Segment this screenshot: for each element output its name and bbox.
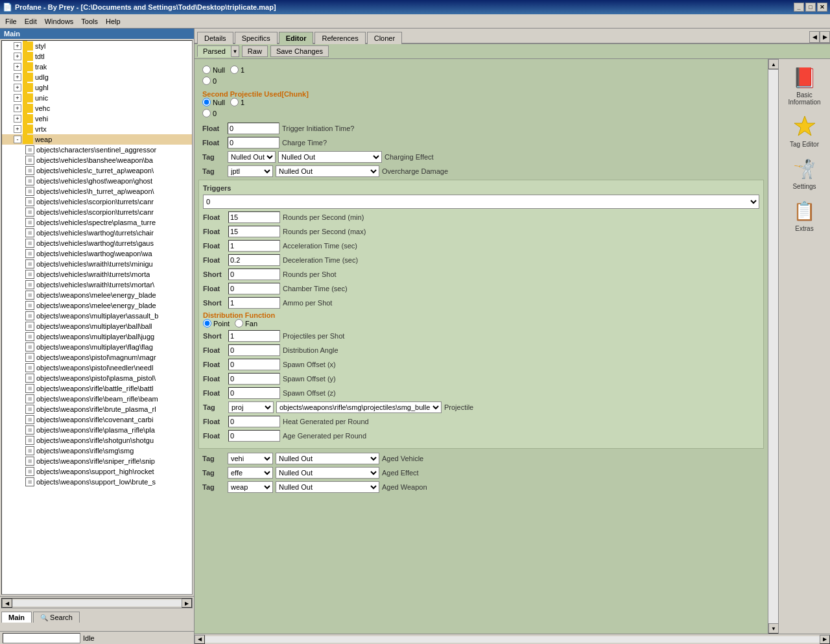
list-item[interactable]: ▦ objects\weapons\melee\energy_blade [2, 290, 192, 300]
heat-per-round-input[interactable] [228, 416, 280, 427]
list-item[interactable]: ▦ objects\weapons\multiplayer\flag\flag [2, 342, 192, 352]
aged-vehicle-dropdown1[interactable]: vehi [228, 453, 273, 464]
list-item[interactable]: ▦ objects\weapons\rifle\brute_plasma_rl [2, 404, 192, 414]
dist-angle-input[interactable] [228, 344, 280, 356]
menu-file[interactable]: File [1, 16, 21, 27]
list-item[interactable]: ▦ objects\vehicles\warthog\turrets\gaus [2, 238, 192, 248]
status-input[interactable] [3, 633, 80, 643]
list-item[interactable]: ▦ objects\vehicles\banshee\weapon\ba [2, 155, 192, 165]
list-item[interactable]: ▦ objects\weapons\pistol\magnum\magr [2, 352, 192, 363]
decel-time-input[interactable] [228, 254, 280, 266]
hscroll-left-button[interactable]: ◀ [195, 635, 205, 644]
expand-icon[interactable]: + [14, 104, 21, 112]
charging-effect-dropdown1[interactable]: Nulled Out [228, 151, 276, 163]
spawn-x-input[interactable] [228, 359, 280, 370]
list-item[interactable]: ▦ objects\characters\sentinel_aggressor [2, 145, 192, 155]
sidebar-settings[interactable]: 🤺 Settings [782, 153, 827, 193]
projectiles-per-shot-input[interactable] [228, 330, 280, 342]
age-per-round-input[interactable] [228, 430, 280, 442]
ammo-per-shot-input[interactable] [228, 297, 280, 309]
expand-icon[interactable]: + [14, 53, 21, 60]
tab-search[interactable]: 🔍 Search [33, 612, 80, 623]
menu-tools[interactable]: Tools [77, 16, 102, 27]
sub-tab-save-changes[interactable]: Save Changes [270, 45, 329, 57]
menu-windows[interactable]: Windows [41, 16, 78, 27]
aged-weapon-dropdown2[interactable]: Nulled Out [276, 481, 379, 493]
expand-icon[interactable]: + [14, 125, 21, 133]
tab-main[interactable]: Main [1, 612, 32, 623]
aged-effect-dropdown2[interactable]: Nulled Out [276, 467, 379, 479]
rps-max-input[interactable] [228, 226, 280, 237]
list-item[interactable]: ▦ objects\weapons\rifle\smg\smg [2, 446, 192, 456]
projectile-dropdown2[interactable]: objects\weapons\rifle\smg\projectiles\sm… [276, 401, 442, 413]
list-item[interactable]: ▦ objects\weapons\multiplayer\assault_b [2, 311, 192, 321]
expand-icon[interactable]: + [14, 115, 21, 123]
spawn-z-input[interactable] [228, 387, 280, 399]
rps-min-input[interactable] [228, 211, 280, 223]
tree-item-vrtx[interactable]: + vrtx [2, 124, 192, 134]
scroll-up-button[interactable]: ▲ [768, 59, 779, 69]
list-item[interactable]: ▦ objects\weapons\rifle\covenant_carbi [2, 414, 192, 425]
expand-icon[interactable]: - [14, 136, 21, 143]
tree-item-tdtl[interactable]: + tdtl [2, 51, 192, 62]
projectile-dropdown1[interactable]: proj [228, 401, 274, 413]
tree-item-weap[interactable]: - weap [2, 134, 192, 145]
trigger-initiation-input[interactable] [228, 123, 279, 134]
aged-vehicle-dropdown2[interactable]: Nulled Out [276, 453, 379, 464]
radio-point[interactable]: Point [203, 319, 230, 328]
list-item[interactable]: ▦ objects\vehicles\c_turret_ap\weapon\ [2, 165, 192, 176]
sidebar-extras[interactable]: 📋 Extras [782, 195, 827, 235]
list-item[interactable]: ▦ objects\weapons\pistol\plasma_pistol\ [2, 373, 192, 383]
list-item[interactable]: ▦ objects\weapons\rifle\battle_rifle\bat… [2, 383, 192, 394]
list-item[interactable]: ▦ objects\weapons\rifle\sniper_rifle\sni… [2, 456, 192, 466]
tab-editor[interactable]: Editor [279, 32, 314, 44]
close-button[interactable]: ✕ [817, 3, 827, 12]
list-item[interactable]: ▦ objects\vehicles\scorpion\turrets\canr [2, 197, 192, 207]
parsed-dropdown-arrow[interactable]: ▼ [231, 45, 239, 57]
list-item[interactable]: ▦ objects\weapons\rifle\shotgun\shotgu [2, 435, 192, 446]
radio-zero[interactable]: 0 [202, 77, 217, 85]
list-item[interactable]: ▦ objects\weapons\rifle\plasma_rifle\pla [2, 425, 192, 435]
radio-proj-1[interactable]: 1 [230, 98, 244, 106]
radio-1[interactable]: 1 [230, 66, 244, 74]
scroll-track[interactable] [12, 600, 182, 606]
list-item[interactable]: ▦ objects\vehicles\wraith\turrets\morta [2, 269, 192, 280]
list-item[interactable]: ▦ objects\weapons\support_high\rocket [2, 466, 192, 477]
sub-tab-raw[interactable]: Raw [242, 45, 268, 57]
editor-horizontal-scrollbar[interactable]: ◀ ▶ [195, 634, 830, 644]
charge-time-input[interactable] [228, 137, 279, 149]
list-item[interactable]: ▦ objects\vehicles\wraith\turrets\minigu [2, 259, 192, 269]
list-item[interactable]: ▦ objects\weapons\pistol\needler\needl [2, 363, 192, 373]
tree-item-ughl[interactable]: + ughl [2, 82, 192, 93]
list-item[interactable]: ▦ objects\weapons\multiplayer\ball\ball [2, 321, 192, 331]
sub-tab-parsed[interactable]: Parsed [197, 45, 231, 57]
sidebar-tag-editor[interactable]: Tag Editor [782, 111, 827, 150]
sidebar-basic-information[interactable]: 📕 Basic Information [782, 62, 827, 108]
radio-fan[interactable]: Fan [235, 319, 257, 328]
tab-next-button[interactable]: ▶ [820, 31, 830, 43]
scroll-vertical-track[interactable] [768, 69, 778, 623]
overcharge-dropdown2[interactable]: Nulled Out [276, 165, 379, 177]
list-item[interactable]: ▦ objects\vehicles\warthog\turrets\chair [2, 228, 192, 238]
maximize-button[interactable]: □ [805, 3, 816, 12]
accel-time-input[interactable] [228, 240, 280, 252]
tree-container[interactable]: + styl + tdtl + trak + udlg + [1, 40, 193, 595]
menu-edit[interactable]: Edit [21, 16, 41, 27]
list-item[interactable]: ▦ objects\vehicles\spectre\plasma_turre [2, 217, 192, 228]
tab-prev-button[interactable]: ◀ [809, 31, 820, 43]
tab-details[interactable]: Details [197, 32, 233, 44]
tab-references[interactable]: References [314, 32, 365, 44]
minimize-button[interactable]: _ [794, 3, 804, 12]
overcharge-dropdown1[interactable]: jptl [228, 165, 273, 177]
expand-icon[interactable]: + [14, 94, 21, 102]
chamber-time-input[interactable] [228, 283, 280, 294]
radio-proj-zero[interactable]: 0 [202, 109, 217, 117]
list-item[interactable]: ▦ objects\vehicles\ghost\weapon\ghost [2, 176, 192, 186]
list-item[interactable]: ▦ objects\weapons\rifle\beam_rifle\beam [2, 394, 192, 404]
scroll-down-button[interactable]: ▼ [768, 623, 779, 634]
scroll-left-button[interactable]: ◀ [2, 599, 12, 608]
list-item[interactable]: ▦ objects\vehicles\wraith\turrets\mortar… [2, 280, 192, 290]
tree-item-trak[interactable]: + trak [2, 62, 192, 72]
list-item[interactable]: ▦ objects\weapons\melee\energy_blade [2, 300, 192, 311]
list-item[interactable]: ▦ objects\vehicles\h_turret_ap\weapon\ [2, 186, 192, 197]
